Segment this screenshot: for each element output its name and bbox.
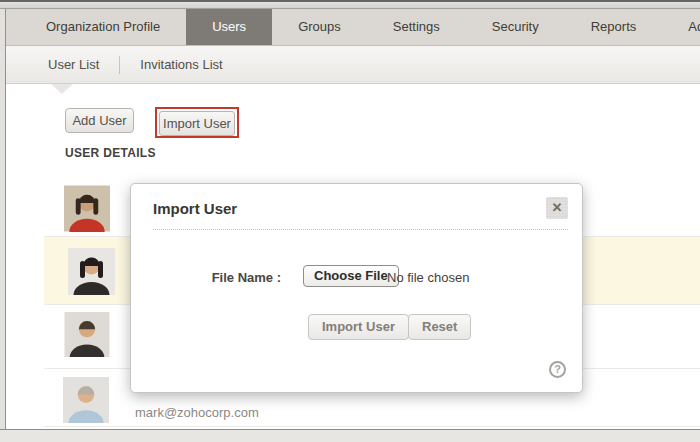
window-frame-bottom: [0, 429, 700, 442]
file-name-label: File Name :: [151, 270, 281, 285]
tab-security[interactable]: Security: [466, 9, 565, 45]
dialog-reset-button[interactable]: Reset: [408, 314, 471, 340]
close-icon[interactable]: ✕: [546, 197, 568, 219]
subtab-user-list[interactable]: User List: [48, 57, 99, 72]
user-details-heading: USER DETAILS: [65, 146, 156, 160]
active-subtab-pointer: [51, 84, 73, 94]
subtab-invitations-list[interactable]: Invitations List: [140, 57, 222, 72]
tab-users[interactable]: Users: [186, 9, 272, 45]
add-user-button[interactable]: Add User: [65, 108, 134, 133]
help-icon[interactable]: ?: [549, 361, 566, 378]
tab-groups[interactable]: Groups: [272, 9, 367, 45]
dialog-import-user-button[interactable]: Import User: [308, 314, 409, 340]
avatar-woman-dark-hair-red-top: [64, 185, 110, 236]
sub-tabs: User ListInvitations List: [6, 46, 700, 84]
tab-organization-profile[interactable]: Organization Profile: [20, 9, 186, 45]
dialog-title: Import User: [153, 200, 237, 217]
subnav-divider: [119, 56, 120, 74]
avatar-woman-long-dark-hair: [68, 248, 115, 299]
avatar-man-gray-hair-blue-shirt: [62, 377, 110, 427]
user-email: mark@zohocorp.com: [135, 405, 259, 420]
import-user-annotation-box: Import User: [155, 107, 239, 138]
dialog-divider: [153, 229, 568, 230]
tab-reports[interactable]: Reports: [565, 9, 663, 45]
top-tabs: Organization ProfileUsersGroupsSettingsS…: [6, 9, 700, 46]
avatar-man-dark-suit: [64, 312, 110, 361]
tab-admin[interactable]: Admin: [662, 9, 700, 45]
choose-file-button[interactable]: Choose File: [303, 265, 399, 287]
no-file-chosen-text: No file chosen: [387, 270, 469, 285]
import-user-button[interactable]: Import User: [159, 111, 235, 136]
import-user-dialog: Import User ✕ File Name : Choose File No…: [130, 183, 583, 393]
tab-settings[interactable]: Settings: [367, 9, 466, 45]
window-chrome-strip: [0, 0, 700, 9]
